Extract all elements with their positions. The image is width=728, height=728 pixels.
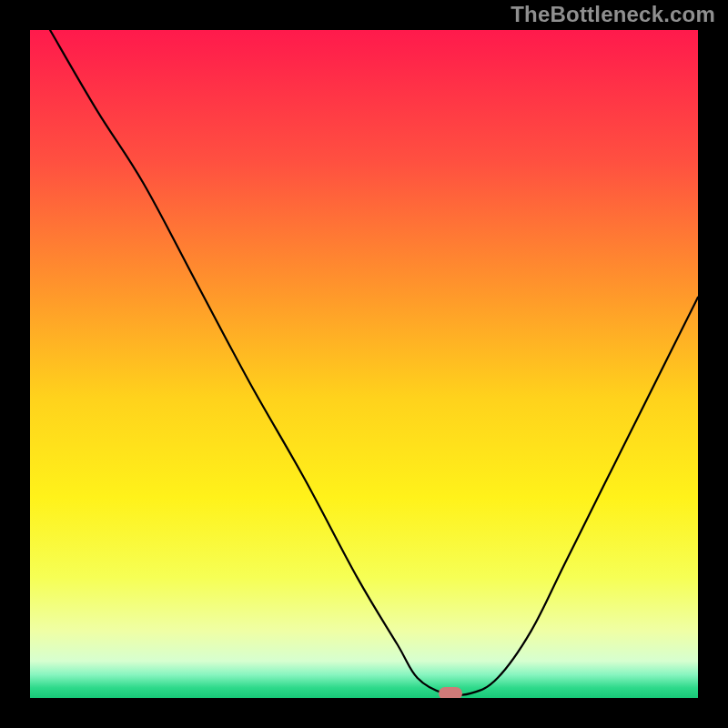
chart-frame: TheBottleneck.com	[0, 0, 728, 728]
optimal-marker	[439, 687, 462, 698]
chart-svg	[30, 30, 698, 698]
plot-area	[30, 30, 698, 698]
watermark-text: TheBottleneck.com	[511, 2, 715, 27]
gradient-background	[30, 30, 698, 698]
